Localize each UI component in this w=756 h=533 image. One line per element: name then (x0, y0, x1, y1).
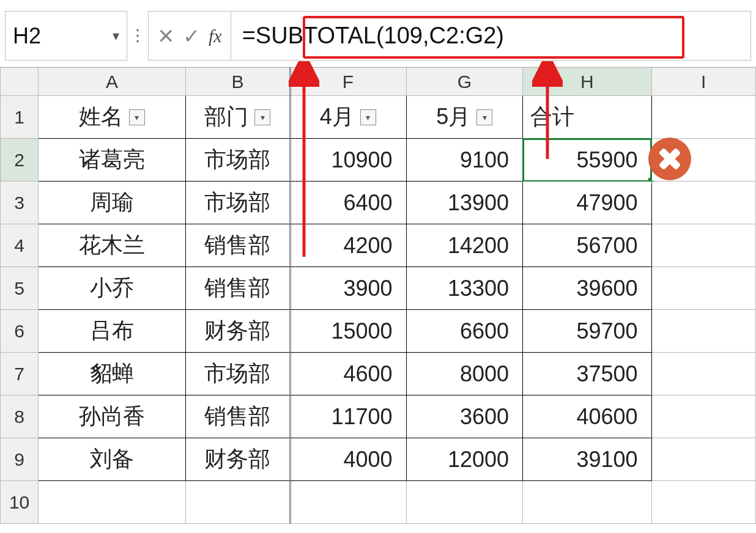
cell-empty[interactable] (406, 481, 522, 524)
cell-m4[interactable]: 10900 (290, 139, 406, 182)
header-month5[interactable]: 5月 ▾ (406, 96, 522, 139)
cell-I[interactable] (651, 267, 755, 310)
cell-I[interactable] (651, 395, 755, 438)
row-header[interactable]: 7 (1, 353, 39, 395)
cell-m5[interactable]: 13900 (406, 182, 522, 224)
cell-total-selected[interactable]: 55900 (523, 139, 652, 182)
row-header[interactable]: 9 (1, 438, 39, 481)
spreadsheet-grid[interactable]: A B F G H I 1 姓名 ▾ 部门 ▾ (0, 67, 756, 524)
cell-m5[interactable]: 9100 (406, 139, 522, 182)
cell-m4[interactable]: 6400 (290, 182, 406, 224)
vertical-dots-icon[interactable]: ⋮ (127, 11, 148, 61)
select-all-corner[interactable] (1, 68, 39, 96)
cell-dept[interactable]: 市场部 (185, 139, 289, 182)
cell-m4[interactable]: 11700 (290, 395, 406, 438)
cell-total[interactable]: 40600 (523, 395, 652, 438)
header-month4[interactable]: 4月 ▾ (290, 96, 406, 139)
accept-formula-icon[interactable]: ✓ (183, 26, 200, 46)
cell-dept[interactable]: 销售部 (185, 224, 289, 267)
cell-empty[interactable] (651, 481, 755, 524)
cell-empty[interactable] (185, 481, 289, 524)
cell-I[interactable] (651, 182, 755, 224)
col-header-G[interactable]: G (406, 68, 522, 96)
cell-name[interactable]: 刘备 (39, 438, 186, 481)
cell-m4[interactable]: 15000 (290, 310, 406, 353)
cell-name[interactable]: 周瑜 (39, 182, 186, 224)
cell-name[interactable]: 吕布 (39, 310, 186, 353)
header-dept-label: 部门 (204, 102, 248, 132)
cell-total[interactable]: 39600 (523, 267, 652, 310)
cell-m5[interactable]: 8000 (406, 353, 522, 395)
formula-buttons: ✕ ✓ fx (148, 11, 231, 61)
filter-icon[interactable]: ▾ (476, 109, 492, 125)
col-header-H[interactable]: H (523, 68, 652, 96)
formula-bar: H2 ▾ ⋮ ✕ ✓ fx =SUBTOTAL(109,C2:G2) (0, 0, 756, 67)
cell-total[interactable]: 56700 (523, 224, 652, 267)
row-header-2[interactable]: 2 (1, 139, 39, 182)
table-row: 9 刘备 财务部 4000 12000 39100 (1, 438, 756, 481)
row-header[interactable]: 4 (1, 224, 39, 267)
cell-empty[interactable] (39, 481, 186, 524)
cell-total[interactable]: 59700 (523, 310, 652, 353)
row-header[interactable]: 5 (1, 267, 39, 310)
cell-dept[interactable]: 市场部 (185, 353, 289, 395)
cancel-formula-icon[interactable]: ✕ (157, 26, 174, 46)
col-header-B[interactable]: B (185, 68, 289, 96)
cell-I[interactable] (651, 438, 755, 481)
cell-I1[interactable] (651, 96, 755, 139)
cell-dept[interactable]: 销售部 (185, 267, 289, 310)
cell-empty[interactable] (523, 481, 652, 524)
cell-m5[interactable]: 6600 (406, 310, 522, 353)
table-row: 8 孙尚香 销售部 11700 3600 40600 (1, 395, 756, 438)
error-badge-icon (648, 138, 691, 180)
cell-dept[interactable]: 财务部 (185, 310, 289, 353)
cell-total-value: 55900 (576, 147, 637, 172)
row-header-10[interactable]: 10 (1, 481, 39, 524)
row-header[interactable]: 3 (1, 182, 39, 224)
cell-m5[interactable]: 14200 (406, 224, 522, 267)
cell-I[interactable] (651, 310, 755, 353)
cell-m5[interactable]: 3600 (406, 395, 522, 438)
col-header-I[interactable]: I (651, 68, 755, 96)
col-header-A[interactable]: A (39, 68, 186, 96)
column-header-row: A B F G H I (1, 68, 756, 96)
cell-dept[interactable]: 财务部 (185, 438, 289, 481)
table-row: 7 貂蝉 市场部 4600 8000 37500 (1, 353, 756, 395)
filter-icon[interactable]: ▾ (129, 109, 145, 125)
cell-m4[interactable]: 4200 (290, 224, 406, 267)
cell-name[interactable]: 小乔 (39, 267, 186, 310)
filter-icon[interactable]: ▾ (360, 109, 376, 125)
cell-dept[interactable]: 销售部 (185, 395, 289, 438)
cell-name[interactable]: 孙尚香 (39, 395, 186, 438)
cell-name[interactable]: 貂蝉 (39, 353, 186, 395)
table-row: 5 小乔 销售部 3900 13300 39600 (1, 267, 756, 310)
cell-m4[interactable]: 4600 (290, 353, 406, 395)
cell-I[interactable] (651, 353, 755, 395)
row-header[interactable]: 6 (1, 310, 39, 353)
data-header-row: 1 姓名 ▾ 部门 ▾ 4月 ▾ 5 (1, 96, 756, 139)
header-total[interactable]: 合计 (523, 96, 652, 139)
cell-total[interactable]: 37500 (523, 353, 652, 395)
col-header-F[interactable]: F (290, 68, 406, 96)
row-header-1[interactable]: 1 (1, 96, 39, 139)
header-name[interactable]: 姓名 ▾ (39, 96, 186, 139)
fx-icon[interactable]: fx (209, 27, 222, 45)
cell-m4[interactable]: 3900 (290, 267, 406, 310)
name-box[interactable]: H2 ▾ (5, 11, 127, 61)
row-header[interactable]: 8 (1, 395, 39, 438)
cell-I[interactable] (651, 224, 755, 267)
cell-dept[interactable]: 市场部 (185, 182, 289, 224)
cell-empty[interactable] (290, 481, 406, 524)
header-dept[interactable]: 部门 ▾ (185, 96, 289, 139)
cell-name[interactable]: 诸葛亮 (39, 139, 186, 182)
cell-name[interactable]: 花木兰 (39, 224, 186, 267)
filter-icon[interactable]: ▾ (254, 109, 270, 125)
chevron-down-icon[interactable]: ▾ (113, 28, 119, 44)
formula-input[interactable]: =SUBTOTAL(109,C2:G2) (231, 11, 751, 61)
cell-m4[interactable]: 4000 (290, 438, 406, 481)
header-name-label: 姓名 (79, 102, 123, 132)
cell-m5[interactable]: 13300 (406, 267, 522, 310)
cell-total[interactable]: 39100 (523, 438, 652, 481)
cell-m5[interactable]: 12000 (406, 438, 522, 481)
cell-total[interactable]: 47900 (523, 182, 652, 224)
